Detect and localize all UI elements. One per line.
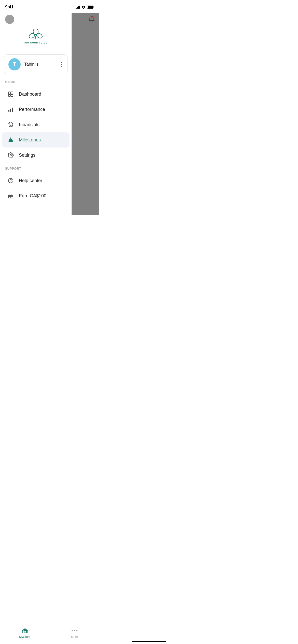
nav-label-milestones: Milestones [19,137,41,143]
nav-item-help-center[interactable]: Help center [2,173,70,188]
nav-item-milestones[interactable]: Milestones [2,132,70,148]
store-selector-card[interactable]: T Tahini's [4,54,67,74]
bell-icon[interactable] [88,16,95,23]
svg-point-18 [10,182,11,182]
status-bar: 9:41 [0,0,99,13]
nav-label-settings: Settings [19,153,35,158]
dashboard-icon [7,91,14,98]
svg-point-16 [10,138,11,138]
nav-label-dashboard: Dashboard [19,92,41,97]
svg-rect-9 [8,110,9,112]
svg-rect-7 [8,94,10,96]
nav-item-performance[interactable]: Performance [2,102,70,117]
nav-divider [0,163,72,167]
svg-rect-5 [8,92,10,94]
svg-point-20 [92,17,94,19]
nav-item-settings[interactable]: Settings [2,148,70,163]
svg-point-2 [33,29,38,35]
battery-icon [87,6,94,9]
nav-label-help-center: Help center [19,178,42,183]
signal-bars-icon [76,6,80,9]
svg-rect-11 [12,108,13,112]
svg-rect-6 [11,92,13,94]
nav-item-financials[interactable]: Financials [2,117,70,132]
notification-bell-area [88,16,95,24]
svg-rect-8 [11,94,13,96]
drawer-header [0,13,72,28]
help-icon [7,177,14,184]
financials-icon [7,121,14,128]
settings-icon [7,152,14,159]
nav-label-earn: Earn CA$100 [19,193,46,199]
nav-item-earn[interactable]: Earn CA$100 [2,188,70,203]
store-options-button[interactable] [60,61,63,68]
drawer: TOO GOOD TO GO T Tahini's STORE [0,13,72,215]
status-icons [76,6,94,9]
earn-icon [7,192,14,199]
app-logo: TOO GOOD TO GO [0,28,72,54]
svg-point-17 [8,178,13,183]
svg-text:TOO GOOD TO GO: TOO GOOD TO GO [24,42,48,44]
svg-point-0 [28,32,36,39]
store-name: Tahini's [24,62,38,67]
svg-rect-10 [10,109,11,112]
svg-point-1 [36,32,43,39]
overlay-panel[interactable] [72,13,99,215]
performance-icon [7,106,14,113]
milestones-icon [7,136,14,143]
wifi-icon [82,6,86,9]
store-card-left: T Tahini's [8,58,38,70]
profile-avatar[interactable] [5,15,14,24]
nav-label-performance: Performance [19,107,45,112]
nav-item-dashboard[interactable]: Dashboard [2,86,70,102]
main-layout: TOO GOOD TO GO T Tahini's STORE [0,13,99,215]
nav-label-financials: Financials [19,122,39,127]
store-avatar: T [8,58,21,70]
status-time: 9:41 [5,5,13,10]
support-section-label: SUPPORT [0,167,72,173]
store-section-label: STORE [0,80,72,86]
